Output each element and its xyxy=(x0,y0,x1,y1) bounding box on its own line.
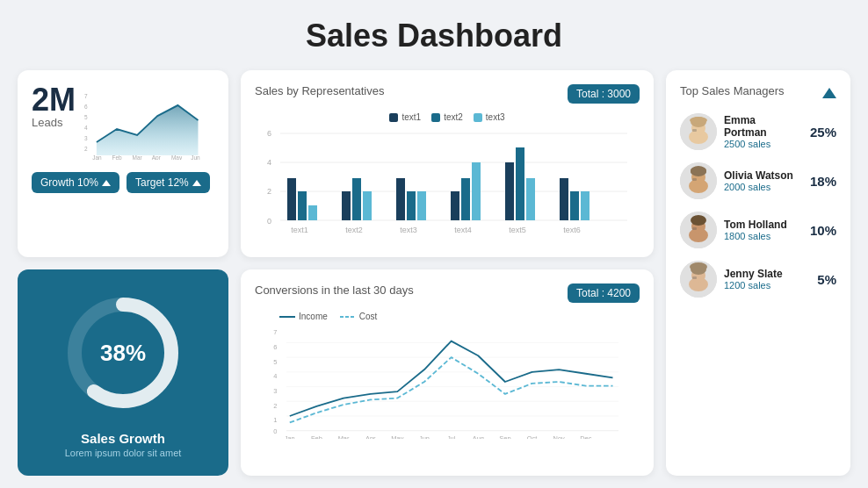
svg-rect-30 xyxy=(505,162,514,220)
svg-rect-47 xyxy=(692,129,697,132)
svg-text:0: 0 xyxy=(273,427,277,435)
svg-rect-26 xyxy=(417,191,426,220)
manager-sales: 1200 sales xyxy=(724,280,796,291)
growth-arrow-icon xyxy=(102,180,111,186)
svg-point-46 xyxy=(690,117,707,124)
svg-text:2: 2 xyxy=(84,146,88,152)
manager-avatar xyxy=(680,162,717,199)
svg-text:2: 2 xyxy=(267,187,271,196)
svg-text:1: 1 xyxy=(273,416,277,424)
svg-text:Sep: Sep xyxy=(499,434,510,439)
leads-label: Leads xyxy=(32,116,76,129)
growth-button[interactable]: Growth 10% xyxy=(32,172,119,193)
manager-percent: 5% xyxy=(803,272,836,287)
manager-sales: 2500 sales xyxy=(724,139,796,149)
svg-text:Jun: Jun xyxy=(419,434,430,439)
svg-point-57 xyxy=(691,215,706,226)
growth-label: Growth 10% xyxy=(40,176,98,189)
svg-rect-31 xyxy=(516,147,524,220)
bar-g1-1 xyxy=(287,178,296,220)
svg-rect-32 xyxy=(526,178,535,220)
legend-label-3: text3 xyxy=(486,112,505,122)
svg-text:text4: text4 xyxy=(454,226,472,234)
svg-rect-28 xyxy=(461,178,470,220)
svg-text:Jan: Jan xyxy=(285,434,295,439)
dashboard-grid: 2M Leads 7 6 5 4 3 2 xyxy=(18,70,850,476)
legend-item-1: text1 xyxy=(389,112,421,122)
svg-text:2: 2 xyxy=(273,402,277,410)
svg-text:May: May xyxy=(171,154,183,160)
svg-text:3: 3 xyxy=(84,135,88,141)
sales-reps-card: Sales by Representatives Total : 3000 te… xyxy=(241,70,654,257)
svg-text:4: 4 xyxy=(84,125,88,131)
sales-reps-chart: 6 4 2 0 xyxy=(255,126,640,240)
conversions-header: Conversions in the last 30 days Total : … xyxy=(255,283,640,303)
dashboard-title: Sales Dashboard xyxy=(306,18,562,54)
legend-dot-1 xyxy=(389,113,398,122)
manager-item: Tom Holland 1800 sales 10% xyxy=(680,212,836,248)
svg-text:4: 4 xyxy=(267,158,271,167)
manager-avatar xyxy=(680,212,717,248)
manager-percent: 25% xyxy=(803,125,836,140)
managers-card: Top Sales Managers Emma Portman 2500 sal… xyxy=(666,70,850,476)
svg-text:0: 0 xyxy=(267,217,271,226)
svg-rect-35 xyxy=(581,191,590,220)
svg-text:3: 3 xyxy=(273,387,277,395)
managers-list: Emma Portman 2500 sales 25% Olivia Watso… xyxy=(680,113,836,298)
svg-text:4: 4 xyxy=(273,372,277,380)
svg-rect-21 xyxy=(342,191,351,220)
manager-name: Emma Portman xyxy=(724,114,796,139)
svg-text:text3: text3 xyxy=(400,226,417,234)
legend-label-1: text1 xyxy=(401,112,421,122)
svg-text:Aug: Aug xyxy=(473,434,484,439)
svg-text:7: 7 xyxy=(273,328,277,336)
svg-text:Nov: Nov xyxy=(553,434,565,439)
manager-avatar xyxy=(680,113,717,150)
svg-rect-33 xyxy=(560,178,568,220)
svg-text:Apr: Apr xyxy=(152,154,162,160)
svg-rect-22 xyxy=(352,178,361,220)
legend-dot-3 xyxy=(474,113,482,122)
svg-text:text6: text6 xyxy=(563,226,581,234)
svg-text:Feb: Feb xyxy=(311,434,322,439)
manager-info: Jenny Slate 1200 sales xyxy=(724,268,796,291)
manager-avatar xyxy=(680,261,717,298)
svg-rect-52 xyxy=(691,168,706,175)
svg-text:Oct: Oct xyxy=(527,434,538,439)
svg-text:Mar: Mar xyxy=(133,154,143,160)
manager-name: Tom Holland xyxy=(724,219,796,231)
cost-label: Cost xyxy=(359,312,378,321)
svg-rect-29 xyxy=(472,162,481,220)
svg-text:Jun: Jun xyxy=(191,154,200,160)
sort-up-icon[interactable] xyxy=(822,88,836,98)
bar-g1-3 xyxy=(308,205,317,220)
svg-rect-34 xyxy=(570,191,579,220)
target-label: Target 12% xyxy=(135,176,189,189)
svg-rect-25 xyxy=(407,191,416,220)
svg-rect-64 xyxy=(692,276,697,279)
sales-reps-legend: text1 text2 text3 xyxy=(255,112,640,122)
svg-text:5: 5 xyxy=(273,358,277,366)
manager-percent: 18% xyxy=(803,174,836,189)
income-legend: Income xyxy=(279,312,328,321)
target-button[interactable]: Target 12% xyxy=(127,172,210,193)
conversions-card: Conversions in the last 30 days Total : … xyxy=(241,269,654,476)
leads-buttons: Growth 10% Target 12% xyxy=(32,172,214,193)
svg-rect-27 xyxy=(451,191,459,220)
conversions-total: Total : 4200 xyxy=(568,283,640,303)
manager-name: Olivia Watson xyxy=(724,169,796,182)
svg-text:text1: text1 xyxy=(291,226,308,234)
svg-text:6: 6 xyxy=(273,343,277,351)
svg-text:5: 5 xyxy=(84,114,88,120)
svg-text:text5: text5 xyxy=(509,226,526,234)
sales-reps-total: Total : 3000 xyxy=(568,84,640,104)
svg-text:May: May xyxy=(391,434,403,439)
income-label: Income xyxy=(299,312,328,321)
growth-title: Sales Growth xyxy=(81,431,165,446)
manager-info: Olivia Watson 2000 sales xyxy=(724,169,796,192)
svg-text:Dec: Dec xyxy=(580,434,591,439)
svg-text:Apr: Apr xyxy=(365,434,376,439)
svg-text:7: 7 xyxy=(84,93,88,99)
manager-item: Olivia Watson 2000 sales 18% xyxy=(680,162,836,199)
manager-percent: 10% xyxy=(803,223,836,238)
